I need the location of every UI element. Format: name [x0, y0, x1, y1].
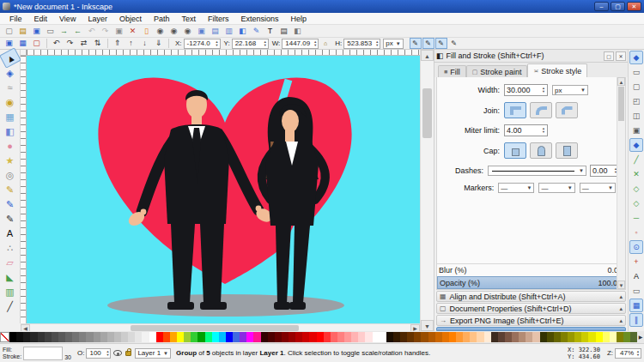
palette-swatch[interactable] — [219, 332, 226, 342]
x-field[interactable]: -1274.0▲▼ — [184, 39, 221, 49]
redo-icon[interactable]: ↷ — [99, 26, 112, 37]
no-color-swatch[interactable] — [0, 332, 9, 342]
tab-fill[interactable]: ■Fill — [438, 65, 466, 77]
palette-swatch[interactable] — [380, 332, 386, 342]
new-document-icon[interactable]: ▢ — [3, 26, 15, 37]
palette-swatch[interactable] — [212, 332, 219, 342]
maximize-button[interactable]: ▢ — [611, 2, 625, 11]
palette-swatch[interactable] — [414, 332, 421, 342]
palette-swatch[interactable] — [456, 332, 463, 342]
palette-swatch[interactable] — [45, 332, 52, 342]
snap-bbox-edge-midpoints-icon[interactable]: ◫ — [629, 109, 643, 123]
raise-to-top-icon[interactable]: ⇑ — [111, 38, 124, 49]
palette-swatch[interactable] — [617, 332, 623, 342]
vertical-scrollbar[interactable]: ▲ ▼ — [420, 50, 434, 331]
palette-swatch[interactable] — [603, 332, 610, 342]
raise-icon[interactable]: ↑ — [125, 38, 137, 49]
export-png-panel-header[interactable]: → Export PNG Image (Shift+Ctrl+E) ▴ — [436, 315, 626, 326]
menu-edit[interactable]: Edit — [28, 15, 54, 23]
tool-box-3d[interactable]: ◧ — [2, 124, 19, 138]
menu-file[interactable]: File — [3, 15, 28, 23]
lower-to-bottom-icon[interactable]: ⇓ — [152, 38, 165, 49]
palette-swatch[interactable] — [588, 332, 595, 342]
palette-swatch[interactable] — [484, 332, 491, 342]
palette-swatch[interactable] — [302, 332, 309, 342]
tool-tweak[interactable]: ≈ — [2, 80, 19, 94]
flip-horizontal-icon[interactable]: ⇄ — [77, 38, 90, 49]
snap-path-intersections-icon[interactable]: ✕ — [629, 167, 643, 181]
snap-paths-icon[interactable]: ╱ — [629, 153, 643, 166]
menu-filters[interactable]: Filters — [202, 15, 235, 23]
palette-swatch[interactable] — [324, 332, 331, 342]
copy-icon[interactable]: ▣ — [112, 26, 125, 37]
palette-swatch[interactable] — [421, 332, 428, 342]
zoom-page-icon[interactable]: ◉ — [167, 26, 180, 37]
snap-midpoints-icon[interactable]: ─ — [629, 211, 643, 225]
palette-swatch[interactable] — [596, 332, 603, 342]
minimize-button[interactable]: – — [594, 2, 609, 11]
tool-bezier[interactable]: ✎ — [2, 196, 19, 211]
miter-limit-input[interactable]: 4.00▲▼ — [504, 124, 548, 136]
palette-swatch[interactable] — [268, 332, 275, 342]
horizontal-scrollbar[interactable]: ◀ ▶ — [21, 323, 420, 331]
snap-others-icon[interactable]: ◦ — [629, 226, 643, 239]
palette-swatch[interactable] — [197, 332, 204, 342]
palette-swatch[interactable] — [512, 332, 519, 342]
palette-swatch[interactable] — [121, 332, 128, 342]
affect-pattern-toggle[interactable]: ✎ — [448, 38, 460, 49]
tool-bucket-fill[interactable]: ◣ — [2, 269, 19, 284]
join-bevel-button[interactable] — [556, 102, 578, 118]
palette-swatch[interactable] — [358, 332, 365, 342]
x-spinner[interactable]: ▲▼ — [215, 40, 219, 47]
vertical-scroll-thumb[interactable] — [422, 88, 432, 138]
palette-swatch[interactable] — [498, 332, 505, 342]
palette-swatch[interactable] — [442, 332, 449, 342]
palette-swatch[interactable] — [114, 332, 121, 342]
palette-swatch[interactable] — [170, 332, 177, 342]
palette-swatch[interactable] — [163, 332, 170, 342]
palette-swatch[interactable] — [407, 332, 414, 342]
palette-swatch[interactable] — [65, 332, 72, 342]
menu-layer[interactable]: Layer — [82, 15, 113, 23]
y-spinner[interactable]: ▲▼ — [263, 40, 267, 47]
export-icon[interactable]: ← — [71, 26, 84, 37]
palette-swatch[interactable] — [581, 332, 588, 342]
h-field[interactable]: 523.853▲▼ — [343, 39, 380, 49]
snap-guides-icon[interactable]: ∥ — [629, 313, 643, 327]
palette-swatch[interactable] — [282, 332, 289, 342]
palette-swatch[interactable] — [309, 332, 316, 342]
palette-swatch[interactable] — [400, 332, 407, 342]
undo-icon[interactable]: ↶ — [85, 26, 98, 37]
tool-gradient[interactable]: ▥ — [2, 284, 19, 299]
blur-slider-row[interactable]: Blur (%) 0.0 ▲▼ — [437, 263, 625, 276]
palette-swatch[interactable] — [554, 332, 561, 342]
panel-scrollbar[interactable]: ▲ ▼ — [617, 77, 625, 289]
snap-cusp-nodes-icon[interactable]: ◇ — [629, 182, 643, 196]
scroll-up-icon[interactable]: ▲ — [617, 77, 625, 86]
select-all-layers-icon[interactable]: ▦ — [16, 38, 29, 49]
scroll-down-icon[interactable]: ▼ — [421, 320, 434, 331]
tool-pencil[interactable]: ✎ — [2, 182, 19, 196]
clone-icon[interactable]: ▤ — [209, 26, 222, 37]
palette-swatch[interactable] — [94, 332, 100, 342]
snap-bbox-edges-icon[interactable]: ▢ — [629, 80, 643, 94]
zoom-drawing-icon[interactable]: ◉ — [154, 26, 167, 37]
palette-swatch[interactable] — [142, 332, 149, 342]
palette-swatch[interactable] — [463, 332, 470, 342]
tool-spray[interactable]: ∴ — [2, 240, 19, 255]
snap-text-baseline-icon[interactable]: A — [629, 269, 643, 283]
snap-enable-icon[interactable]: ◆ — [629, 51, 643, 64]
affect-stroke-toggle[interactable]: ✎ — [410, 38, 422, 49]
snap-bbox-centers-icon[interactable]: ▣ — [629, 124, 643, 137]
h-spinner[interactable]: ▲▼ — [374, 40, 379, 47]
palette-swatch[interactable] — [86, 332, 93, 342]
palette-swatch[interactable] — [386, 332, 393, 342]
print-icon[interactable]: ▭ — [44, 26, 57, 37]
palette-swatch[interactable] — [135, 332, 142, 342]
layer-lock-icon[interactable] — [125, 351, 131, 356]
scroll-up-icon[interactable]: ▲ — [421, 50, 434, 61]
menu-view[interactable]: View — [53, 15, 82, 23]
palette-swatch[interactable] — [519, 332, 526, 342]
opacity-field-spinner[interactable]: ▲▼ — [105, 350, 109, 357]
tool-calligraphy[interactable]: ✎ — [2, 211, 19, 226]
